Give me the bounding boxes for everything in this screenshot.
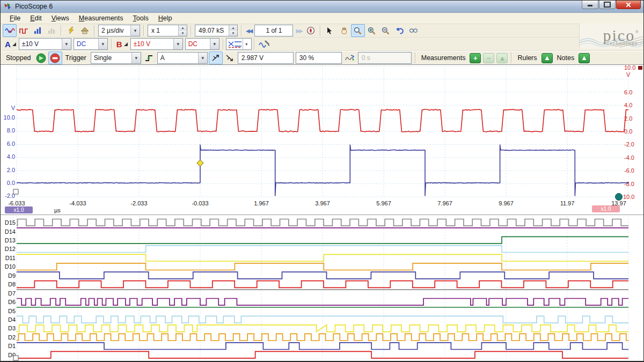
svg-text:11.97: 11.97: [560, 200, 575, 206]
zoom-in-tool[interactable]: [365, 24, 379, 37]
svg-text:1.967: 1.967: [254, 200, 269, 206]
svg-text:4.0: 4.0: [7, 153, 15, 160]
auto-setup-button[interactable]: [64, 24, 78, 37]
separator: [320, 25, 321, 36]
toolbar-channels: A ±10 V ▾ DC ▾ B ±10 V ▾ DC ▾ ▾: [1, 38, 643, 51]
digital-channel-label: D5: [8, 308, 16, 314]
timebase-select[interactable]: 2 µs/div ▾: [98, 25, 140, 36]
digital-channels-button[interactable]: ▾: [226, 38, 252, 50]
digital-trace-D4: [17, 316, 628, 323]
trigger-level-input[interactable]: 2.987 V: [238, 52, 294, 64]
menu-measurements[interactable]: Measurements: [74, 13, 128, 23]
app-icon: [4, 2, 12, 11]
spin-up-icon[interactable]: ▲: [179, 25, 187, 31]
svg-text:x1.0: x1.0: [601, 206, 611, 212]
close-button[interactable]: [616, 1, 641, 9]
persistence-view-button[interactable]: [31, 24, 45, 37]
zoom-full-button[interactable]: [407, 24, 421, 37]
buffer-navigator-button[interactable]: [304, 24, 318, 37]
menubar: File Edit Views Measurements Tools Help: [1, 13, 643, 24]
trigger-delay-input[interactable]: 0 s: [358, 52, 412, 64]
trigger-mode-select[interactable]: Single ▾: [91, 52, 141, 64]
svg-text:6.0: 6.0: [624, 89, 632, 95]
stop-icon: [50, 53, 60, 63]
menu-views[interactable]: Views: [47, 13, 74, 23]
channel-b-range-select[interactable]: ±10 V ▾: [130, 38, 183, 50]
pre-trigger-input[interactable]: 30 %: [296, 52, 342, 64]
digital-channel-label: D6: [8, 299, 16, 305]
separator: [254, 39, 255, 49]
separator: [223, 39, 224, 49]
logo-tagline: Technology: [606, 40, 638, 46]
zoom-box-tool[interactable]: [351, 24, 365, 37]
rulers-button[interactable]: [541, 53, 553, 63]
zoom-out-tool[interactable]: [379, 24, 393, 37]
x-axis-labels: -6.033-4.033-2.033-0.0331.9673.9675.9677…: [5, 200, 626, 213]
normal-selection-tool[interactable]: [323, 24, 337, 37]
trigger-edge-setup-button[interactable]: [142, 51, 156, 64]
scope-view-button[interactable]: [3, 24, 17, 37]
svg-text:-6.0: -6.0: [624, 167, 634, 174]
restore-button[interactable]: [599, 1, 616, 9]
axis-marker-dot: [616, 194, 623, 201]
digital-trace-D11: [17, 254, 628, 261]
digital-channels-view[interactable]: D15D14D13D12D11D10D9D8D7D6D5D4D3D2D1D0: [1, 215, 643, 361]
edit-measurement-button[interactable]: ▲: [496, 53, 508, 63]
remove-measurement-button[interactable]: −: [483, 53, 494, 63]
menu-file[interactable]: File: [5, 13, 25, 23]
trigger-source-value: A: [158, 54, 198, 62]
zoom-multiplier-value: x 1: [148, 27, 178, 34]
menu-edit[interactable]: Edit: [25, 13, 47, 23]
sample-count-spinner[interactable]: 49.07 kS ▲▼: [195, 25, 238, 36]
svg-text:-2.0: -2.0: [624, 141, 634, 147]
minimize-button[interactable]: [582, 1, 598, 9]
menu-help[interactable]: Help: [153, 13, 177, 23]
advanced-trigger-button[interactable]: [343, 51, 357, 64]
channel-a-coupling-select[interactable]: DC ▾: [74, 38, 108, 50]
svg-text:-0.033: -0.033: [192, 200, 208, 206]
compass-icon: [306, 26, 315, 35]
next-buffer-button[interactable]: ▶▶: [296, 28, 302, 34]
channel-a-options-icon[interactable]: [12, 42, 17, 47]
home-settings-button[interactable]: [78, 24, 92, 37]
rising-edge-icon: [144, 54, 153, 62]
spin-up-icon[interactable]: ▲: [229, 25, 237, 31]
titlebar[interactable]: PicoScope 6: [1, 1, 643, 13]
svg-text:3.967: 3.967: [315, 200, 330, 206]
undo-zoom-button[interactable]: [393, 24, 407, 37]
previous-buffer-button[interactable]: ◀◀: [246, 28, 252, 34]
spin-down-icon[interactable]: ▼: [179, 31, 187, 36]
falling-edge-button[interactable]: [223, 51, 237, 64]
spectrum-view-button[interactable]: [17, 24, 31, 37]
buffer-position[interactable]: 1 of 1: [254, 25, 293, 36]
menu-tools[interactable]: Tools: [128, 13, 153, 23]
start-capture-button[interactable]: [34, 51, 48, 64]
channel-a-range-select[interactable]: ±10 V ▾: [19, 38, 71, 50]
zoom-multiplier-spinner[interactable]: x 1 ▲▼: [148, 25, 187, 36]
measurements-label: Measurements: [421, 54, 466, 62]
hand-pan-tool[interactable]: [337, 24, 351, 37]
analog-scope-view[interactable]: V10.08.06.04.02.00.0-2.0V10.06.04.02.00.…: [1, 65, 643, 215]
stop-capture-button[interactable]: [48, 51, 62, 64]
svg-text:0.0: 0.0: [624, 128, 632, 135]
spin-down-icon[interactable]: ▼: [229, 31, 237, 36]
digital-channel-label: D4: [8, 316, 16, 323]
separator: [61, 25, 62, 36]
rising-edge-button[interactable]: [209, 51, 223, 64]
trigger-source-select[interactable]: A ▾: [157, 52, 208, 64]
channel-b-coupling-select[interactable]: DC ▾: [185, 38, 219, 50]
notes-button[interactable]: [579, 53, 590, 63]
digital-trace-D3: [17, 325, 628, 332]
awg-wave-pencil-icon: [258, 40, 270, 48]
signal-generator-button[interactable]: [257, 38, 271, 50]
add-measurement-button[interactable]: +: [470, 53, 481, 63]
svg-text:0.0: 0.0: [7, 180, 15, 186]
timebase-value: 2 µs/div: [99, 27, 130, 34]
channel-b-options-icon[interactable]: [123, 42, 128, 47]
pico-logo: pico® Technology: [579, 24, 643, 49]
svg-text:-2.033: -2.033: [130, 200, 147, 206]
svg-text:8.0: 8.0: [7, 127, 15, 134]
xy-view-button[interactable]: [45, 24, 58, 37]
svg-text:x1.0: x1.0: [14, 207, 24, 213]
digital-trace-D10: [17, 263, 628, 270]
